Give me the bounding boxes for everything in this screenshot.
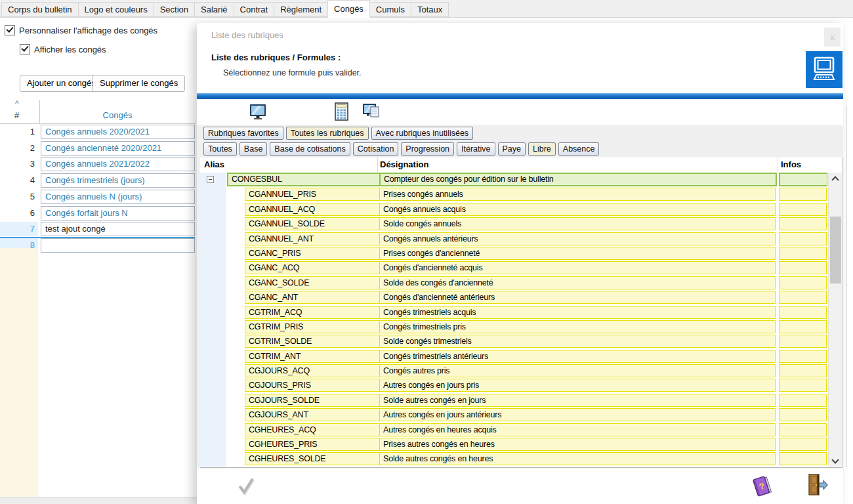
rubrique-row-cgannuel-pris[interactable]: CGANNUEL_PRISPrises congés annuels xyxy=(200,187,827,201)
infos-cell[interactable] xyxy=(779,217,827,230)
designation-cell[interactable]: Congés trimestriels pris xyxy=(379,320,776,333)
checkbox-checked-icon[interactable] xyxy=(20,44,30,54)
designation-cell[interactable]: Congés autres pris xyxy=(379,364,776,377)
tab-totaux[interactable]: Totaux xyxy=(411,2,449,17)
scrollbar-thumb[interactable] xyxy=(830,217,841,284)
alias-cell[interactable]: CGANNUEL_PRIS xyxy=(245,188,381,201)
rubrique-row-cgannuel-solde[interactable]: CGANNUEL_SOLDESolde congés annuels xyxy=(200,217,827,231)
designation-cell[interactable]: Prises congés d'ancienneté xyxy=(379,247,776,260)
designation-cell[interactable]: Prises congés annuels xyxy=(379,188,776,201)
alias-cell[interactable]: CGTRIM_ANT xyxy=(245,350,381,363)
rubrique-row-cganc-pris[interactable]: CGANC_PRISPrises congés d'ancienneté xyxy=(200,246,827,261)
alias-cell[interactable]: CGHEURES_PRIS xyxy=(245,438,381,451)
monitor-page-icon[interactable] xyxy=(362,102,381,121)
infos-cell[interactable] xyxy=(779,173,827,186)
alias-cell[interactable]: CGJOURS_PRIS xyxy=(245,379,381,392)
checkbox-personalize-conges[interactable]: Personnaliser l'affichage des congés xyxy=(5,25,157,35)
infos-cell[interactable] xyxy=(779,394,827,407)
rubrique-row-cgjours-ant[interactable]: CGJOURS_ANTAutres congés en jours antéri… xyxy=(200,408,827,422)
rubrique-row-cgheures-solde[interactable]: CGHEURES_SOLDESolde autres congés en heu… xyxy=(200,452,827,466)
designation-cell[interactable]: Compteur des congés pour édition sur le … xyxy=(379,173,777,186)
alias-cell[interactable]: CONGESBUL xyxy=(227,173,381,186)
rubrique-row-congesbul[interactable]: CONGESBULCompteur des congés pour éditio… xyxy=(200,173,827,187)
infos-cell[interactable] xyxy=(779,423,827,436)
conges-name-cell[interactable]: Congés trimestriels (jours) xyxy=(41,173,195,188)
infos-cell[interactable] xyxy=(779,408,827,421)
alias-cell[interactable]: CGANC_SOLDE xyxy=(245,276,381,289)
alias-cell[interactable]: CGANNUEL_ACQ xyxy=(245,203,381,216)
column-header-infos[interactable]: Infos xyxy=(781,159,801,169)
close-icon[interactable]: x xyxy=(824,28,841,47)
filter-avec-rubriques-inutilis-es[interactable]: Avec rubriques inutilisées xyxy=(371,127,474,140)
alias-cell[interactable]: CGJOURS_ANT xyxy=(245,408,381,421)
alias-cell[interactable]: CGANC_PRIS xyxy=(245,247,381,260)
infos-cell[interactable] xyxy=(779,306,827,319)
alias-cell[interactable]: CGTRIM_SOLDE xyxy=(245,335,381,348)
filter-paye[interactable]: Paye xyxy=(498,142,526,156)
alias-cell[interactable]: CGTRIM_PRIS xyxy=(245,320,381,333)
collapse-minus-icon[interactable] xyxy=(207,176,214,183)
infos-cell[interactable] xyxy=(779,188,827,201)
alias-cell[interactable]: CGJOURS_ACQ xyxy=(245,364,381,377)
conges-name-cell[interactable]: Congés annuels N (jours) xyxy=(41,190,195,204)
rubrique-row-cgannuel-acq[interactable]: CGANNUEL_ACQCongés annuels acquis xyxy=(200,202,827,217)
infos-cell[interactable] xyxy=(779,438,827,451)
rubrique-row-cgtrim-pris[interactable]: CGTRIM_PRISCongés trimestriels pris xyxy=(200,320,827,334)
conges-name-cell[interactable]: Congés annuels 2021/2022 xyxy=(41,157,195,171)
alias-cell[interactable]: CGANNUEL_ANT xyxy=(245,232,381,245)
tab-corps-du-bulletin[interactable]: Corps du bulletin xyxy=(1,2,79,17)
rubrique-row-cgannuel-ant[interactable]: CGANNUEL_ANTCongés annuels antérieurs xyxy=(200,232,827,246)
row-number[interactable]: 2 xyxy=(0,141,38,156)
conges-name-cell[interactable]: Congés ancienneté 2020/2021 xyxy=(41,141,195,156)
checkbox-checked-icon[interactable] xyxy=(5,25,15,35)
infos-cell[interactable] xyxy=(779,261,827,274)
row-number[interactable]: 1 xyxy=(0,125,38,139)
filter-base-de-cotisations[interactable]: Base de cotisations xyxy=(270,142,350,156)
tab-cumuls[interactable]: Cumuls xyxy=(369,2,411,17)
alias-cell[interactable]: CGHEURES_SOLDE xyxy=(245,452,381,465)
tab-salari[interactable]: Salarié xyxy=(194,2,234,17)
infos-cell[interactable] xyxy=(779,452,827,465)
rubrique-row-cgtrim-acq[interactable]: CGTRIM_ACQCongés trimestriels acquis xyxy=(200,305,827,320)
row-number[interactable]: 5 xyxy=(0,190,38,204)
column-header-designation[interactable]: Désignation xyxy=(380,159,428,169)
filter-toutes[interactable]: Toutes xyxy=(203,142,237,156)
rubrique-row-cganc-solde[interactable]: CGANC_SOLDESolde des congés d'ancienneté xyxy=(200,276,827,290)
infos-cell[interactable] xyxy=(779,335,827,348)
designation-cell[interactable]: Autres congés en jours pris xyxy=(379,379,776,392)
add-conges-button[interactable]: Ajouter un congés xyxy=(20,75,103,92)
row-number[interactable]: 6 xyxy=(0,206,38,220)
rubrique-row-cgjours-solde[interactable]: CGJOURS_SOLDESolde autres congés en jour… xyxy=(200,393,827,408)
filter-toutes-les-rubriques[interactable]: Toutes les rubriques xyxy=(286,127,369,140)
designation-cell[interactable]: Congés d'ancienneté acquis xyxy=(379,261,776,274)
conges-name-cell[interactable]: Congés annuels 2020/2021 xyxy=(41,125,195,139)
designation-cell[interactable]: Congés d'ancienneté antérieurs xyxy=(379,291,776,304)
delete-conges-button[interactable]: Supprimer le congés xyxy=(93,75,185,92)
infos-cell[interactable] xyxy=(779,232,827,245)
tab-contrat[interactable]: Contrat xyxy=(234,2,275,17)
filter-absence[interactable]: Absence xyxy=(558,142,600,156)
row-number[interactable]: 7 xyxy=(0,222,38,236)
conges-name-cell[interactable] xyxy=(41,238,195,253)
column-header-num[interactable]: # xyxy=(14,110,19,120)
filter-progression[interactable]: Progression xyxy=(401,142,454,156)
alias-cell[interactable]: CGANC_ANT xyxy=(245,291,381,304)
alias-cell[interactable]: CGJOURS_SOLDE xyxy=(245,394,381,407)
help-book-icon[interactable]: ? xyxy=(750,472,776,501)
designation-cell[interactable]: Congés trimestriels antérieurs xyxy=(379,350,776,363)
validate-icon[interactable] xyxy=(236,476,256,499)
designation-cell[interactable]: Congés trimestriels acquis xyxy=(379,306,776,319)
filter-base[interactable]: Base xyxy=(239,142,268,156)
filter-rubriques-favorites[interactable]: Rubriques favorites xyxy=(203,127,283,140)
tab-section[interactable]: Section xyxy=(154,2,195,17)
infos-cell[interactable] xyxy=(779,203,827,216)
tab-cong-s[interactable]: Congés xyxy=(327,0,370,18)
designation-cell[interactable]: Solde autres congés en heures xyxy=(379,452,776,465)
monitor-icon[interactable] xyxy=(249,102,267,121)
filter-it-rative[interactable]: Itérative xyxy=(457,142,495,156)
rubrique-row-cgheures-pris[interactable]: CGHEURES_PRISPrises autres congés en heu… xyxy=(200,437,827,452)
rubrique-row-cgjours-acq[interactable]: CGJOURS_ACQCongés autres pris xyxy=(200,364,827,378)
tab-logo-et-couleurs[interactable]: Logo et couleurs xyxy=(78,2,154,17)
designation-cell[interactable]: Solde autres congés en jours xyxy=(379,394,776,407)
column-header-conges[interactable]: Congés xyxy=(41,110,194,120)
